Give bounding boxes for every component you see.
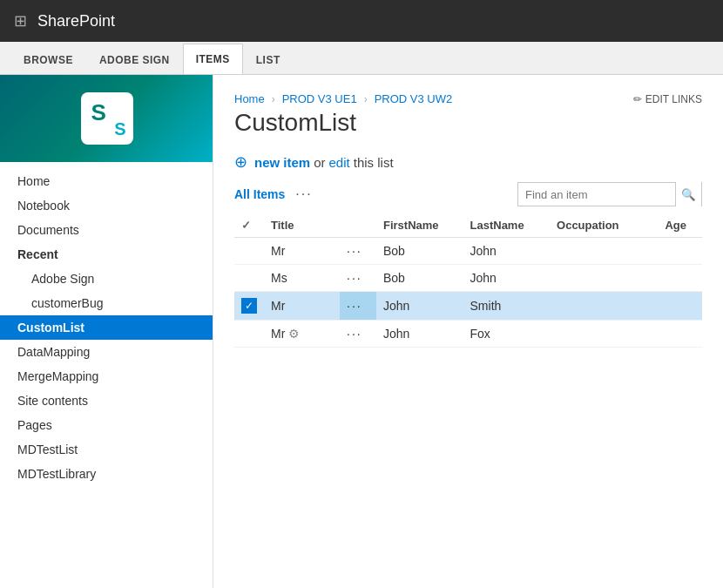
row-occupation: [550, 292, 658, 321]
tab-list[interactable]: LIST: [243, 45, 294, 74]
new-item-row: ⊕ new item or edit this list: [234, 152, 702, 172]
sidebar-item-customlist[interactable]: CustomList: [0, 315, 213, 340]
row-occupation: [550, 238, 658, 265]
sidebar-item-documents[interactable]: Documents: [0, 218, 213, 242]
sidebar: S S Home Notebook Documents Recent Adobe…: [0, 75, 213, 588]
col-age[interactable]: Age: [658, 213, 702, 238]
tab-adobe-sign[interactable]: ADOBE SIGN: [86, 45, 183, 74]
row-title[interactable]: Mr ⚙: [264, 321, 340, 348]
row-title[interactable]: Mr: [264, 292, 340, 321]
pencil-icon: ✏: [633, 93, 642, 105]
col-lastname[interactable]: LastName: [463, 213, 551, 238]
sidebar-item-customerbug[interactable]: customerBug: [0, 291, 213, 315]
col-title[interactable]: Title: [264, 213, 340, 238]
tab-browse[interactable]: BROWSE: [10, 45, 86, 74]
row-check[interactable]: [234, 238, 264, 265]
table-row: Ms ··· Bob John: [234, 265, 702, 292]
row-actions[interactable]: ···: [340, 292, 376, 321]
plus-icon: ⊕: [234, 152, 247, 172]
row-actions[interactable]: ···: [340, 321, 376, 348]
sidebar-item-mdtestlibrary[interactable]: MDTestLibrary: [0, 462, 213, 486]
top-bar: ⊞ SharePoint: [0, 0, 723, 42]
tab-bar: BROWSE ADOBE SIGN ITEMS LIST: [0, 42, 723, 75]
search-input[interactable]: [518, 188, 675, 201]
main-layout: S S Home Notebook Documents Recent Adobe…: [0, 75, 723, 588]
table-row: Mr ··· Bob John: [234, 238, 702, 265]
sidebar-logo: S S: [0, 75, 213, 162]
row-lastname: John: [463, 238, 551, 265]
sidebar-item-mergemapping[interactable]: MergeMapping: [0, 364, 213, 389]
edit-links-button[interactable]: ✏ EDIT LINKS: [633, 93, 702, 105]
search-box: 🔍: [517, 182, 702, 206]
row-check[interactable]: [234, 265, 264, 292]
sidebar-item-pages[interactable]: Pages: [0, 413, 213, 437]
page-title: CustomList: [234, 109, 702, 137]
row-firstname: John: [376, 292, 463, 321]
row-age: [658, 265, 702, 292]
row-lastname: Smith: [463, 292, 551, 321]
view-options-dots[interactable]: ···: [295, 186, 312, 202]
tab-items[interactable]: ITEMS: [183, 44, 243, 74]
check-header-icon: ✓: [241, 219, 251, 232]
row-actions[interactable]: ···: [340, 238, 376, 265]
row-age: [658, 292, 702, 321]
row-firstname: Bob: [376, 238, 463, 265]
all-items-view[interactable]: All Items: [234, 187, 285, 201]
row-occupation: [550, 321, 658, 348]
table-row: Mr ⚙ ··· John Fox: [234, 321, 702, 348]
sidebar-nav: Home Notebook Documents Recent Adobe Sig…: [0, 162, 213, 493]
row-occupation: [550, 265, 658, 292]
edit-list-link[interactable]: edit: [329, 155, 350, 170]
col-firstname[interactable]: FirstName: [376, 213, 463, 238]
row-age: [658, 238, 702, 265]
sidebar-item-home[interactable]: Home: [0, 169, 213, 193]
items-table: ✓ Title FirstName LastName Occupation Ag…: [234, 213, 702, 348]
row-firstname: John: [376, 321, 463, 348]
breadcrumb-prod-uw2[interactable]: PROD V3 UW2: [375, 92, 453, 105]
sidebar-item-datamapping[interactable]: DataMapping: [0, 340, 213, 364]
breadcrumb-prod-ue1[interactable]: PROD V3 UE1: [282, 92, 357, 105]
content-area: Home › PROD V3 UE1 › PROD V3 UW2 ✏ EDIT …: [213, 75, 723, 588]
table-header-row: ✓ Title FirstName LastName Occupation Ag…: [234, 213, 702, 238]
sidebar-item-site-contents[interactable]: Site contents: [0, 389, 213, 413]
row-check-selected[interactable]: ✓: [234, 292, 264, 321]
app-title: SharePoint: [37, 12, 115, 30]
sidebar-item-adobe-sign[interactable]: Adobe Sign: [0, 267, 213, 291]
selected-check-icon: ✓: [241, 298, 257, 314]
sidebar-item-notebook[interactable]: Notebook: [0, 193, 213, 218]
row-title[interactable]: Ms: [264, 265, 340, 292]
col-occupation[interactable]: Occupation: [550, 213, 658, 238]
row-lastname: Fox: [463, 321, 551, 348]
sidebar-item-mdtestlist[interactable]: MDTestList: [0, 437, 213, 462]
sidebar-recent-header: Recent: [0, 242, 213, 267]
col-actions-spacer: [340, 213, 376, 238]
breadcrumb: Home › PROD V3 UE1 › PROD V3 UW2 ✏ EDIT …: [234, 92, 702, 105]
row-check[interactable]: [234, 321, 264, 348]
grid-icon[interactable]: ⊞: [14, 11, 27, 30]
row-age: [658, 321, 702, 348]
row-actions[interactable]: ···: [340, 265, 376, 292]
breadcrumb-home[interactable]: Home: [234, 92, 265, 105]
table-row-selected: ✓ Mr ··· John Smith: [234, 292, 702, 321]
list-toolbar: All Items ··· 🔍: [234, 182, 702, 206]
search-button[interactable]: 🔍: [675, 182, 701, 206]
row-title[interactable]: Mr: [264, 238, 340, 265]
row-lastname: John: [463, 265, 551, 292]
logo-icon: S S: [81, 92, 133, 145]
new-item-link[interactable]: new item: [254, 155, 310, 170]
gear-icon: ⚙: [288, 327, 300, 341]
row-firstname: Bob: [376, 265, 463, 292]
col-check: ✓: [234, 213, 264, 238]
